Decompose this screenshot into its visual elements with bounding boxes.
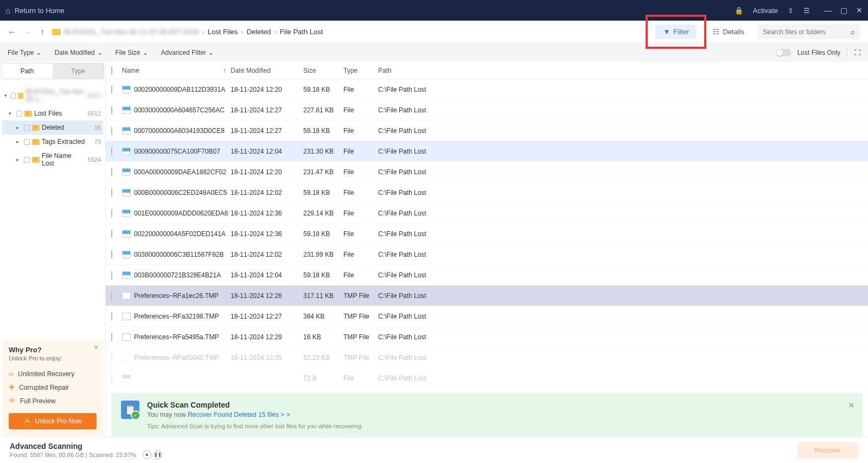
row-checkbox[interactable] — [111, 333, 112, 341]
file-icon — [122, 148, 131, 155]
table-row[interactable]: Preferences~RFa5495a.TMP 18-11-2024 12:2… — [106, 327, 868, 347]
unlock-pro-button[interactable]: 🔒Unlock Pro Now — [9, 413, 97, 429]
file-type: File — [343, 106, 378, 114]
file-icon — [122, 251, 131, 258]
table-row[interactable]: 00030000000A604657C256AC 18-11-2024 12:2… — [106, 100, 868, 120]
details-button[interactable]: ☷ Details — [706, 24, 751, 39]
file-icon — [122, 313, 131, 320]
checkbox[interactable] — [24, 157, 30, 163]
promo-item: 👁Full Preview — [9, 394, 97, 408]
file-name: 000B00000006C2ED248A0EC5 — [134, 189, 231, 196]
sidebar: Path Type ▾ BLRTOOL_Tue Nov 05 1... 5612… — [0, 62, 106, 437]
close-icon[interactable]: ✕ — [93, 344, 99, 351]
checkbox[interactable] — [24, 139, 30, 145]
row-checkbox[interactable] — [111, 291, 112, 300]
lost-files-toggle[interactable] — [776, 49, 791, 56]
pause-button[interactable]: ❚❚ — [154, 451, 162, 459]
row-checkbox[interactable] — [111, 312, 112, 321]
row-checkbox[interactable] — [111, 230, 112, 238]
tab-type[interactable]: Type — [53, 64, 104, 79]
tree-root[interactable]: ▾ BLRTOOL_Tue Nov 05 1... 5612 — [2, 85, 103, 106]
table-row[interactable]: 72 B File C:\File Path Lost — [106, 368, 868, 389]
row-checkbox[interactable] — [111, 374, 112, 383]
date-modified-filter[interactable]: Date Modified⌄ — [54, 49, 102, 56]
lost-files-label: Lost Files Only — [797, 49, 840, 56]
row-checkbox[interactable] — [111, 126, 112, 135]
activate-button[interactable]: Activate — [753, 7, 778, 15]
row-checkbox[interactable] — [111, 209, 112, 218]
table-row[interactable]: Preferences~RFa32198.TMP 18-11-2024 12:2… — [106, 306, 868, 327]
file-size: 231.30 KB — [303, 148, 343, 155]
file-type-filter[interactable]: File Type⌄ — [8, 49, 41, 56]
chevron-down-icon: ⌄ — [143, 49, 148, 56]
row-checkbox[interactable] — [111, 353, 112, 362]
table-row[interactable]: 002200000004A5F02DED141A 18-11-2024 12:3… — [106, 224, 868, 244]
file-type: File — [343, 271, 378, 279]
tab-path[interactable]: Path — [2, 64, 53, 79]
table-row[interactable]: Preferences~RFa65040.TMP 18-11-2024 12:3… — [106, 347, 868, 368]
row-checkbox[interactable] — [111, 271, 112, 280]
breadcrumb-sep: › — [275, 28, 277, 36]
table-row[interactable]: 00070000000A6034193D0CE8 18-11-2024 12:2… — [106, 120, 868, 141]
table-row[interactable]: Preferences~RFa1ec26.TMP 18-11-2024 12:2… — [106, 286, 868, 306]
stop-button[interactable]: ■ — [143, 451, 151, 459]
recover-button[interactable]: Recover — [797, 442, 858, 459]
table-row[interactable]: 000A00000009DAEA1882CF02 18-11-2024 12:2… — [106, 162, 868, 182]
maximize-button[interactable]: ▢ — [840, 6, 847, 15]
file-icon — [122, 210, 131, 217]
breadcrumb-root[interactable]: BLRTOOL_Tue Nov 05 12-37-49.007-2024 — [64, 28, 199, 36]
checkbox[interactable] — [16, 111, 22, 117]
tree-item-tags[interactable]: ▸ Tags Extracted 73 — [2, 135, 103, 149]
forward-button[interactable]: → — [24, 27, 33, 37]
breadcrumb-item[interactable]: Lost Files — [208, 28, 238, 36]
share-icon[interactable]: ⇪ — [788, 7, 794, 15]
row-checkbox[interactable] — [111, 168, 112, 176]
folder-icon — [18, 93, 24, 99]
tree-item-lost-files[interactable]: ▾ Lost Files 5612 — [2, 106, 103, 120]
row-checkbox[interactable] — [111, 85, 112, 94]
repair-icon: ✚ — [9, 383, 15, 391]
row-checkbox[interactable] — [111, 250, 112, 259]
search-input[interactable] — [763, 28, 844, 36]
return-home-button[interactable]: ⌂ Return to Home — [5, 6, 65, 15]
tree-item-filename-lost[interactable]: ▸ File Name Lost 5524 — [2, 149, 103, 170]
row-checkbox[interactable] — [111, 188, 112, 197]
search-icon[interactable]: ⌕ — [851, 28, 855, 36]
tree-item-deleted[interactable]: ▸ Deleted 15 — [2, 120, 103, 135]
column-path[interactable]: Path — [378, 67, 868, 74]
select-all-checkbox[interactable] — [111, 66, 112, 75]
row-checkbox[interactable] — [111, 147, 112, 156]
menu-icon[interactable]: ☰ — [803, 7, 810, 15]
table-row[interactable]: 000200000009DAB112D3931A 18-11-2024 12:2… — [106, 79, 868, 100]
settings-icon[interactable]: ⛶ — [854, 49, 860, 56]
close-icon[interactable]: ✕ — [848, 401, 855, 410]
checkbox[interactable] — [24, 125, 30, 131]
row-checkbox[interactable] — [111, 106, 112, 115]
up-button[interactable]: ↑ — [40, 27, 44, 37]
table-row[interactable]: 000B00000006C2ED248A0EC5 18-11-2024 12:0… — [106, 182, 868, 203]
table-row[interactable]: 003800000006C3B11587F82B 18-11-2024 12:0… — [106, 244, 868, 265]
column-date[interactable]: Date Modified — [231, 67, 303, 74]
minimize-button[interactable]: — — [824, 6, 832, 15]
file-size-filter[interactable]: File Size⌄ — [116, 49, 148, 56]
home-icon: ⌂ — [5, 6, 10, 15]
scan-complete-icon: 📋 — [121, 401, 139, 419]
folder-icon — [32, 139, 40, 145]
breadcrumb-item[interactable]: Deleted — [247, 28, 271, 36]
checkbox[interactable] — [11, 93, 16, 99]
column-name[interactable]: Name↑ — [122, 67, 231, 74]
advanced-filter[interactable]: Advanced Filter⌄ — [161, 49, 214, 56]
file-icon — [122, 292, 131, 300]
column-type[interactable]: Type — [343, 67, 378, 74]
breadcrumb-item[interactable]: File Path Lost — [280, 28, 323, 36]
close-button[interactable]: ✕ — [856, 6, 863, 15]
breadcrumb: BLRTOOL_Tue Nov 05 12-37-49.007-2024 › L… — [52, 28, 644, 36]
table-row[interactable]: 003B000000721B328E4B21A 18-11-2024 12:04… — [106, 265, 868, 286]
file-icon — [122, 333, 131, 341]
table-row[interactable]: 000900000075CA100F70B07 18-11-2024 12:04… — [106, 141, 868, 162]
table-row[interactable]: 001E00000009ADDD0620EDA6 18-11-2024 12:3… — [106, 203, 868, 224]
back-button[interactable]: ← — [8, 27, 16, 37]
column-size[interactable]: Size — [303, 67, 343, 74]
recover-link[interactable]: Recover Found Deleted 15 files > > — [188, 411, 290, 418]
chevron-right-icon: ▸ — [16, 125, 22, 130]
